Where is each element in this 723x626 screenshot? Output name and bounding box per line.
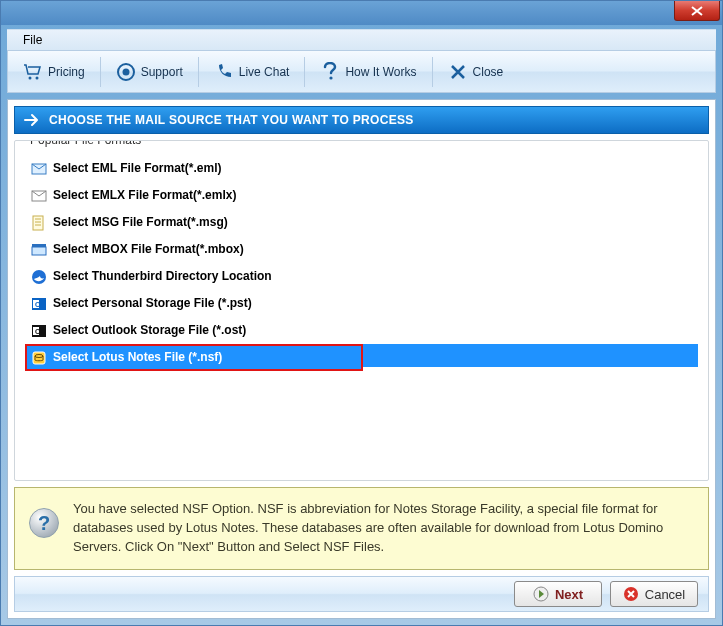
toolbar-support[interactable]: Support — [105, 57, 194, 87]
separator — [304, 57, 305, 87]
titlebar — [1, 1, 722, 25]
svg-point-1 — [36, 76, 39, 79]
selection-highlight — [363, 344, 698, 367]
menu-file[interactable]: File — [15, 31, 50, 49]
format-item-label: Select Thunderbird Directory Location — [53, 267, 272, 286]
separator — [432, 57, 433, 87]
toolbar-howitworks[interactable]: How It Works — [309, 57, 427, 87]
svg-rect-9 — [32, 244, 46, 247]
format-item-selected-row: Select Lotus Notes File (*.nsf) — [25, 344, 698, 371]
toolbar-label: Support — [141, 65, 183, 79]
format-item-label: Select MSG File Format(*.msg) — [53, 213, 228, 232]
format-item-emlx[interactable]: Select EMLX File Format(*.emlx) — [25, 182, 698, 209]
group-legend: Popular File Formats — [25, 140, 146, 147]
format-item-msg[interactable]: Select MSG File Format(*.msg) — [25, 209, 698, 236]
toolbar-close[interactable]: Close — [437, 57, 515, 87]
section-title: CHOOSE THE MAIL SOURCE THAT YOU WANT TO … — [49, 113, 414, 127]
content-area: CHOOSE THE MAIL SOURCE THAT YOU WANT TO … — [7, 99, 716, 619]
msg-icon — [31, 215, 47, 231]
thunderbird-icon — [31, 269, 47, 285]
close-icon — [691, 6, 703, 16]
app-window: File Pricing Support Live Chat — [0, 0, 723, 626]
close-x-icon — [448, 62, 468, 82]
svg-point-4 — [330, 76, 333, 79]
toolbar: Pricing Support Live Chat How It Works — [7, 51, 716, 93]
toolbar-label: Live Chat — [239, 65, 290, 79]
popular-file-formats-group: Popular File Formats Select EML File For… — [14, 140, 709, 481]
menubar: File — [7, 29, 716, 51]
next-button[interactable]: Next — [514, 581, 602, 607]
toolbar-label: Close — [473, 65, 504, 79]
format-item-mbox[interactable]: Select MBOX File Format(*.mbox) — [25, 236, 698, 263]
toolbar-label: How It Works — [345, 65, 416, 79]
format-item-label: Select EMLX File Format(*.emlx) — [53, 186, 236, 205]
info-text: You have selected NSF Option. NSF is abb… — [73, 500, 694, 557]
separator — [100, 57, 101, 87]
cancel-button[interactable]: Cancel — [610, 581, 698, 607]
section-header: CHOOSE THE MAIL SOURCE THAT YOU WANT TO … — [14, 106, 709, 134]
toolbar-pricing[interactable]: Pricing — [12, 57, 96, 87]
svg-point-0 — [29, 76, 32, 79]
format-item-label: Select Outlook Storage File (*.ost) — [53, 321, 246, 340]
question-icon — [320, 62, 340, 82]
bottom-bar: Next Cancel — [14, 576, 709, 612]
ost-icon: O — [31, 323, 47, 339]
format-item-label: Select MBOX File Format(*.mbox) — [53, 240, 244, 259]
mbox-icon — [31, 242, 47, 258]
info-panel: ? You have selected NSF Option. NSF is a… — [14, 487, 709, 570]
info-icon: ? — [29, 508, 59, 538]
format-item-label: Select Lotus Notes File (*.nsf) — [53, 348, 222, 367]
format-item-nsf[interactable]: Select Lotus Notes File (*.nsf) — [25, 344, 363, 371]
svg-text:O: O — [35, 328, 41, 335]
svg-rect-7 — [33, 216, 43, 230]
emlx-icon — [31, 188, 47, 204]
toolbar-label: Pricing — [48, 65, 85, 79]
format-item-pst[interactable]: OSelect Personal Storage File (*.pst) — [25, 290, 698, 317]
separator — [198, 57, 199, 87]
phone-icon — [214, 62, 234, 82]
next-label: Next — [555, 587, 583, 602]
nsf-icon — [31, 350, 47, 366]
pst-icon: O — [31, 296, 47, 312]
eml-icon — [31, 161, 47, 177]
toolbar-livechat[interactable]: Live Chat — [203, 57, 301, 87]
format-list: Select EML File Format(*.eml)Select EMLX… — [25, 155, 698, 371]
format-item-label: Select EML File Format(*.eml) — [53, 159, 222, 178]
svg-text:O: O — [35, 301, 41, 308]
svg-rect-8 — [32, 247, 46, 255]
support-icon — [116, 62, 136, 82]
svg-point-3 — [122, 68, 129, 75]
window-close-button[interactable] — [674, 1, 720, 21]
format-item-ost[interactable]: OSelect Outlook Storage File (*.ost) — [25, 317, 698, 344]
format-item-eml[interactable]: Select EML File Format(*.eml) — [25, 155, 698, 182]
arrow-right-icon — [23, 111, 41, 129]
format-item-label: Select Personal Storage File (*.pst) — [53, 294, 252, 313]
format-item-thunderbird[interactable]: Select Thunderbird Directory Location — [25, 263, 698, 290]
cancel-icon — [623, 586, 639, 602]
cart-icon — [23, 62, 43, 82]
cancel-label: Cancel — [645, 587, 685, 602]
next-icon — [533, 586, 549, 602]
